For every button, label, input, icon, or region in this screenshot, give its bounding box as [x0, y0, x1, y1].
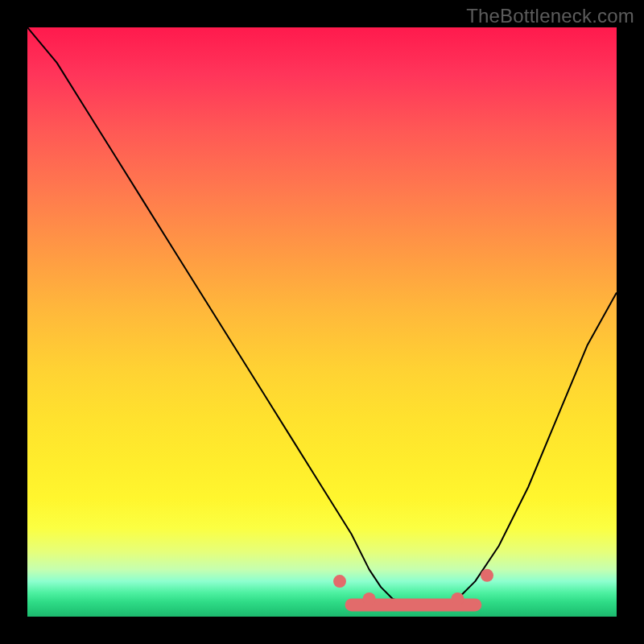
- flat-zone-dot: [451, 592, 464, 605]
- watermark-text: TheBottleneck.com: [466, 5, 634, 27]
- flat-zone-dot: [481, 569, 493, 582]
- curve-path: [27, 27, 617, 605]
- plot-area: [27, 27, 617, 617]
- chart-frame: TheBottleneck.com: [0, 0, 644, 644]
- flat-zone-dot: [363, 592, 376, 605]
- flat-zone-dot: [333, 575, 346, 588]
- bottleneck-curve: [27, 27, 617, 617]
